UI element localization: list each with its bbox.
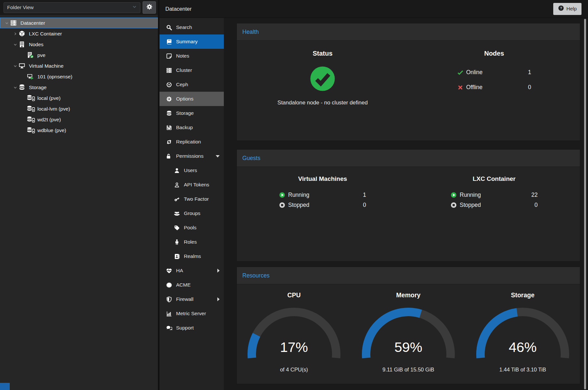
menu-item-label: Search — [176, 24, 192, 30]
menu-item-label: Notes — [176, 53, 189, 59]
menu-item-summary[interactable]: Summary — [160, 34, 224, 49]
menu-item-realms[interactable]: Realms — [160, 249, 224, 263]
gauge-arc: 46% — [474, 305, 571, 365]
menu-item-two-factor[interactable]: Two Factor — [160, 192, 224, 206]
datacenter-menu: SearchSummaryNotesClusterCephOptionsStor… — [160, 18, 224, 390]
menu-item-notes[interactable]: Notes — [160, 49, 224, 63]
building-check-icon — [27, 52, 35, 59]
menu-item-groups[interactable]: Groups — [160, 206, 224, 221]
users-icon — [174, 210, 180, 217]
page-title: Datacenter — [165, 6, 192, 12]
tree-item-lxc-container[interactable]: LXC Container — [0, 28, 158, 39]
menu-item-label: Metric Server — [176, 311, 206, 316]
node-status-row-online: Online1 — [457, 69, 531, 76]
guests-rows: Running22Stopped0 — [451, 192, 538, 212]
tree-item-label: Nodes — [29, 42, 44, 47]
tree-item-101-opnsense[interactable]: 101 (opnsense) — [0, 71, 158, 82]
tree-item-local-pve[interactable]: local (pve) — [0, 93, 158, 103]
node-status-count: 0 — [528, 84, 531, 91]
gauge-heading: Storage — [511, 291, 535, 299]
tree-item-wd2t-pve[interactable]: wd2t (pve) — [0, 114, 158, 125]
running-icon — [451, 192, 457, 198]
menu-item-permissions[interactable]: Permissions — [160, 149, 224, 163]
caret-down-icon[interactable] — [12, 64, 19, 68]
guest-row-stopped: Stopped0 — [451, 202, 538, 208]
nodes-table: Online1Offline0 — [457, 69, 531, 99]
guests-column-heading: LXC Container — [473, 175, 516, 182]
health-status-column: Status Standalone node - no cluster defi… — [237, 41, 408, 141]
caret-down-icon[interactable] — [12, 42, 19, 47]
menu-item-storage[interactable]: Storage — [160, 106, 224, 120]
menu-item-metric-server[interactable]: Metric Server — [160, 306, 224, 321]
submenu-arrow-icon — [217, 297, 220, 301]
running-icon — [279, 192, 285, 198]
guest-row-running: Running22 — [451, 192, 538, 198]
menu-item-search[interactable]: Search — [160, 20, 224, 34]
caret-right-icon[interactable] — [12, 32, 19, 36]
tree-item-nodes[interactable]: Nodes — [0, 39, 158, 50]
tree-item-wdblue-pve[interactable]: wdblue (pve) — [0, 125, 158, 136]
menu-item-options[interactable]: Options — [160, 92, 224, 106]
tree-settings-button[interactable] — [143, 1, 156, 14]
caret-down-icon[interactable] — [12, 85, 19, 90]
menu-item-pools[interactable]: Pools — [160, 221, 224, 235]
guest-count: 1 — [363, 192, 366, 198]
menu-item-replication[interactable]: Replication — [160, 135, 224, 149]
cube-icon — [19, 30, 27, 37]
menu-item-label: Roles — [184, 239, 197, 245]
menu-item-firewall[interactable]: Firewall — [160, 292, 224, 306]
menu-item-roles[interactable]: Roles — [160, 235, 224, 249]
help-button[interactable]: ? Help — [553, 3, 582, 15]
submenu-arrow-icon — [217, 269, 220, 273]
gear-icon — [166, 96, 172, 102]
menu-item-users[interactable]: Users — [160, 163, 224, 178]
menu-item-backup[interactable]: Backup — [160, 120, 224, 135]
guests-column-heading: Virtual Machines — [298, 175, 347, 182]
tree-item-datacenter[interactable]: Datacenter — [0, 18, 158, 28]
user-outline-icon — [174, 182, 180, 188]
vertical-scrollbar[interactable] — [584, 19, 586, 389]
node-status-count: 1 — [528, 69, 531, 76]
menu-item-cluster[interactable]: Cluster — [160, 63, 224, 77]
user-icon — [174, 168, 180, 174]
menu-item-acme[interactable]: ACME — [160, 278, 224, 292]
menu-item-api-tokens[interactable]: API Tokens — [160, 178, 224, 192]
tree-item-label: local-lvm (pve) — [37, 106, 70, 112]
person-icon — [174, 239, 180, 245]
guests-panel-title: Guests — [237, 150, 580, 167]
menu-item-support[interactable]: Support — [160, 321, 224, 335]
menu-item-label: Firewall — [176, 296, 193, 302]
guest-state-label: Running — [288, 192, 309, 198]
guest-row-stopped: Stopped0 — [279, 202, 366, 208]
proxmox-app: Folder View DatacenterLXC ContainerNodes… — [0, 0, 588, 390]
stopped-icon — [451, 202, 457, 208]
node-status-label: Online — [466, 69, 483, 76]
menu-item-label: Two Factor — [184, 196, 209, 202]
tree-item-storage[interactable]: Storage — [0, 82, 158, 93]
tree-item-label: wd2t (pve) — [37, 117, 61, 123]
note-icon — [166, 53, 172, 59]
check-icon — [457, 69, 464, 76]
view-selector[interactable]: Folder View — [4, 2, 140, 13]
menu-item-ha[interactable]: HA — [160, 263, 224, 278]
bottom-left-accent — [0, 383, 10, 390]
database-drive-icon — [27, 105, 35, 113]
tree-item-label: pve — [37, 52, 45, 58]
tree-item-label: Virtual Machine — [29, 63, 64, 69]
menu-item-ceph[interactable]: Ceph — [160, 77, 224, 92]
tree-item-pve[interactable]: pve — [0, 50, 158, 61]
health-panel-title: Health — [237, 23, 580, 41]
caret-down-icon[interactable] — [4, 21, 10, 25]
tree-item-local-lvm-pve[interactable]: local-lvm (pve) — [0, 103, 158, 114]
guest-state-label: Stopped — [288, 202, 309, 208]
gauge-heading: CPU — [287, 291, 300, 299]
guest-state-label: Running — [460, 192, 481, 198]
workspace: Datacenter ? Help SearchSummaryNotesClus… — [160, 0, 588, 390]
cluster-status-message: Standalone node - no cluster defined — [277, 100, 368, 106]
tree-item-virtual-machine[interactable]: Virtual Machine — [0, 61, 158, 71]
tree-item-label: 101 (opnsense) — [37, 74, 72, 80]
menu-item-label: Cluster — [176, 67, 192, 73]
guests-panel: Guests Virtual MachinesRunning1Stopped0L… — [236, 149, 580, 262]
gauge-percent: 17% — [280, 339, 308, 355]
tree-item-label: local (pve) — [37, 95, 61, 101]
